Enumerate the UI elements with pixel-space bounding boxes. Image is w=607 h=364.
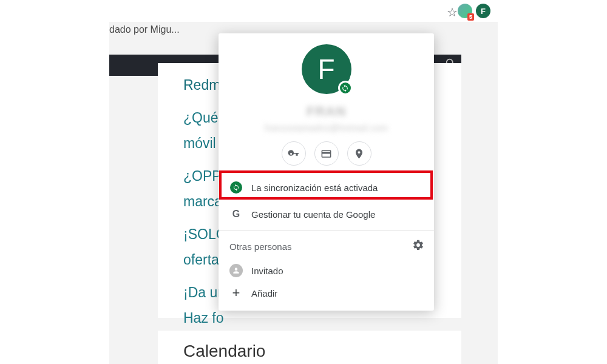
toolbar-profile-avatar[interactable]: F xyxy=(476,4,490,18)
extension-badge: 5 xyxy=(467,13,474,21)
calendar-card: Calendario xyxy=(158,331,461,364)
other-people-header: Otras personas xyxy=(219,233,434,257)
card-icon xyxy=(320,148,332,160)
manage-account-label: Gestionar tu cuenta de Google xyxy=(251,209,375,220)
search-icon[interactable] xyxy=(444,57,571,74)
profile-email: francostamadriz@hotmail.com xyxy=(265,123,388,133)
google-g-icon: G xyxy=(232,209,240,220)
add-profile-row[interactable]: + Añadir xyxy=(219,284,434,311)
divider xyxy=(219,230,434,231)
bookmark-star-icon[interactable]: ☆ xyxy=(447,5,458,19)
guest-label: Invitado xyxy=(251,266,283,276)
sync-status-row[interactable]: La sincronización está activada xyxy=(219,174,434,201)
sync-status-badge-icon xyxy=(338,81,353,95)
profile-avatar-letter: F xyxy=(317,53,334,86)
profile-name: FRAN xyxy=(307,104,346,120)
add-label: Añadir xyxy=(251,288,277,298)
key-icon xyxy=(288,148,299,160)
other-people-label: Otras personas xyxy=(229,241,292,252)
sync-icon xyxy=(230,181,242,194)
profile-popover: F FRAN francostamadriz@hotmail.com xyxy=(219,33,434,311)
bookmark-bar-item[interactable]: dado por Migu... xyxy=(109,24,180,35)
location-icon xyxy=(353,148,365,160)
payments-button[interactable] xyxy=(314,141,339,166)
passwords-button[interactable] xyxy=(282,141,306,166)
omnibar: ☆ 5 F xyxy=(109,0,498,22)
addresses-button[interactable] xyxy=(347,141,371,166)
extension-icon[interactable]: 5 xyxy=(458,4,472,18)
manage-account-row[interactable]: G Gestionar tu cuenta de Google xyxy=(219,201,434,228)
sync-status-label: La sincronización está activada xyxy=(251,183,378,193)
profile-avatar: F xyxy=(302,44,351,94)
guest-avatar-icon xyxy=(229,264,243,277)
calendar-heading: Calendario xyxy=(183,342,265,361)
settings-gear-icon[interactable] xyxy=(412,239,424,254)
guest-profile-row[interactable]: Invitado xyxy=(219,257,434,284)
